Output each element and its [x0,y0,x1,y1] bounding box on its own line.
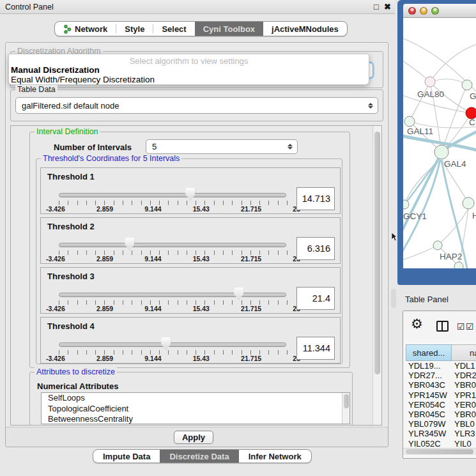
gear-icon[interactable]: ⚙ [411,316,423,332]
table-row[interactable]: YBR043C YBR0 [406,380,476,390]
threshold-value-field[interactable]: 14.713 [296,187,335,210]
node-gal4[interactable] [434,145,449,159]
cell-name[interactable]: YLR3 [452,429,476,438]
list-scrollbar[interactable] [342,393,349,424]
attributes-listbox[interactable]: SelfLoopsTopologicalCoefficientBetweenne… [41,392,350,424]
tab-style[interactable]: Style [116,22,153,36]
cell-name[interactable]: YIL0 [452,439,476,449]
tab-jactivemnodules[interactable]: jActiveMNodules [263,22,347,36]
cell-shared-name[interactable]: YBL079W [406,419,452,429]
node-label-gal80: GAL80 [417,89,444,99]
node-ga[interactable] [462,80,472,90]
cell-shared-name[interactable]: YDL19... [406,361,452,371]
apply-button[interactable]: Apply [174,431,213,444]
slider-thumb[interactable] [161,337,171,350]
minimize-traffic-light-icon[interactable] [420,7,427,15]
threshold-value-field[interactable]: 21.4 [296,287,335,310]
cell-name[interactable]: YDL1 [452,361,476,371]
hscrollbar-thumb[interactable] [406,449,473,454]
apply-strip: Apply [6,427,388,447]
table-data-combobox[interactable]: galFiltered.sif default node [15,97,378,114]
column-header-shared-name[interactable]: shared... [406,344,452,361]
slider-scale: -3.426 2.859 9.144 15.43 21.715 28 [46,355,300,362]
cell-shared-name[interactable]: YLR345W [406,429,452,438]
attribute-list-item[interactable]: TopologicalCoefficient [42,404,349,415]
checkbox-icon[interactable]: ☑ [466,321,474,332]
close-traffic-light-icon[interactable] [408,7,416,15]
node-gcy1[interactable] [403,200,409,209]
table-row[interactable]: YER054C YER0 [406,400,476,410]
table-row[interactable]: YBR045C YBR0 [406,410,476,419]
threshold-label: Threshold 1 [47,172,95,181]
tab-select[interactable]: Select [153,22,194,36]
table-row[interactable]: YBL079W YBL0 [406,419,476,429]
cell-shared-name[interactable]: YDR27... [406,371,452,380]
slider-ticks [59,300,288,305]
slider-thumb[interactable] [185,188,195,201]
zoom-traffic-light-icon[interactable] [431,7,439,15]
attribute-list-item[interactable]: BetweennessCentrality [42,414,349,424]
float-window-icon[interactable]: □ [374,2,379,12]
cell-shared-name[interactable]: YER054C [406,400,452,410]
table-data-value: galFiltered.sif default node [22,101,119,111]
cell-name[interactable]: YBR0 [452,410,476,419]
horizontal-scrollbar[interactable] [403,448,476,455]
tab-impute-data[interactable]: Impute Data [93,450,160,463]
cell-name[interactable]: YER0 [452,400,476,410]
slider-ticks [59,201,288,205]
tab-network[interactable]: Network [55,22,116,36]
table-row[interactable]: YDR27... YDR2 [406,371,476,380]
slider-thumb[interactable] [234,288,243,300]
numerical-attributes-label: Numerical Attributes [37,381,118,391]
cell-shared-name[interactable]: YPR145W [406,390,452,400]
bottom-tabbar: Impute Data Discretize Data Infer Networ… [93,449,312,463]
threshold-list: Threshold 1 -3.426 2.859 9.144 15.43 21.… [40,167,341,367]
tab-discretize-data[interactable]: Discretize Data [160,450,238,463]
columns-icon[interactable] [436,321,449,332]
node-label-gal4: GAL4 [444,159,466,169]
node-pink[interactable] [425,77,435,87]
node-h[interactable] [463,197,474,209]
num-intervals-combobox[interactable]: 5 [146,139,298,154]
dropdown-placeholder-option[interactable]: Select algorithm to view settings [9,56,369,66]
list-scrollbar-thumb[interactable] [344,394,349,408]
table-row[interactable]: YLR345W YLR3 [406,429,476,438]
threshold-label: Threshold 3 [47,272,95,281]
tab-cyni-toolbox[interactable]: Cyni Toolbox [195,22,263,36]
column-header-name[interactable]: na [452,344,476,361]
cell-shared-name[interactable]: YIL052C [406,439,452,449]
network-canvas[interactable]: GAL80 GA C GAL11 GAL4 GCY1 H HAP2 [403,18,476,268]
checkbox-icon[interactable]: ☑ [457,321,465,332]
threshold-panel: Threshold 4 -3.426 2.859 9.144 15.43 21.… [40,317,341,364]
tab-infer-network[interactable]: Infer Network [239,450,311,463]
close-window-icon[interactable]: ✖ [384,2,391,12]
num-intervals-label: Number of Intervals [54,142,132,152]
network-view-window: GAL80 GA C GAL11 GAL4 GCY1 H HAP2 [397,0,476,285]
cell-name[interactable]: YDR2 [452,371,476,380]
node-hap2[interactable] [433,241,442,250]
scrollbar-thumb[interactable] [374,132,380,374]
cell-name[interactable]: YPR1 [452,390,476,400]
dropdown-option-equal-width[interactable]: Equal Width/Frequency Discretization [11,75,155,84]
cell-shared-name[interactable]: YBR043C [406,380,452,390]
dropdown-option-manual[interactable]: Manual Discretization [11,65,100,75]
control-panel-titlebar: Control Panel □ ✖ [0,0,395,14]
table-row[interactable]: YDL19... YDL1 [406,361,476,371]
slider-thumb[interactable] [125,238,134,250]
node-partial-bottom[interactable] [454,262,463,268]
slider-scale: -3.426 2.859 9.144 15.43 21.715 28 [46,205,300,213]
node-gal11[interactable] [404,116,415,127]
cell-shared-name[interactable]: YBR045C [406,410,452,419]
threshold-value-field[interactable]: 11.344 [296,337,335,360]
vertical-scrollbar[interactable] [372,126,381,425]
table-rows: YDL19... YDL1 YDR27... YDR2 YBR043C YBR0… [406,361,476,448]
combo-arrows-icon [288,140,293,153]
threshold-value-field[interactable]: 6.316 [296,237,335,260]
table-row[interactable]: YIL052C YIL0 [406,439,476,449]
cell-name[interactable]: YBL0 [452,419,476,429]
slider-scale: -3.426 2.859 9.144 15.43 21.715 28 [46,255,300,263]
table-row[interactable]: YPR145W YPR1 [406,390,476,400]
cell-name[interactable]: YBR0 [452,380,476,390]
splitter-scroll-thumb[interactable] [391,289,396,308]
attribute-list-item[interactable]: SelfLoops [42,393,349,404]
